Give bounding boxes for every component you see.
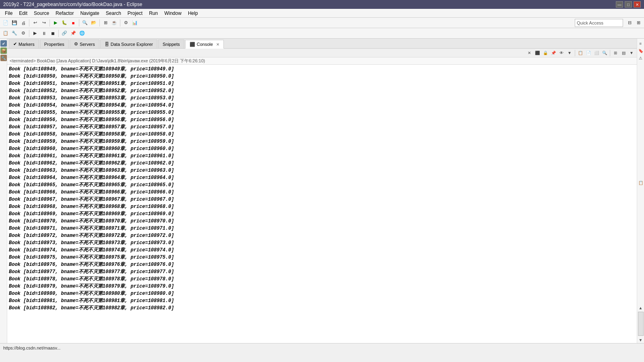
tb-search[interactable]: 🔍 xyxy=(81,19,89,27)
tab-bar: ✔ Markers Properties ⚙ Servers 🗄 Data So… xyxy=(7,39,637,49)
tb-save[interactable]: 💾 xyxy=(10,19,19,27)
right-sidebar: ≡ 🔖 ⚠ 📋 ▲ ▼ xyxy=(637,39,644,343)
tab-markers[interactable]: ✔ Markers xyxy=(9,39,39,48)
menu-edit[interactable]: Edit xyxy=(16,10,31,17)
console-pin[interactable]: 📌 xyxy=(550,49,557,57)
console-line: Book [bid=108973, bname=不死不灭第108973章, pr… xyxy=(9,239,635,247)
console-icon: ⬛ xyxy=(190,42,195,47)
tb2-btn9[interactable]: 🌐 xyxy=(78,29,86,37)
tb2-btn2[interactable]: 🔧 xyxy=(10,29,19,37)
tb-open-perspective[interactable]: ⊟ xyxy=(625,19,634,27)
console-view[interactable]: 👁 xyxy=(558,49,565,57)
console-line: Book [bid=108975, bname=不死不灭第108975章, pr… xyxy=(9,254,635,261)
tb2-btn1[interactable]: 📋 xyxy=(2,29,10,37)
rs-icon-1[interactable]: ≡ xyxy=(638,40,644,47)
menu-refactor[interactable]: Refactor xyxy=(52,10,77,17)
tb-views[interactable]: ⊞ xyxy=(634,19,642,27)
console-find[interactable]: 🔍 xyxy=(601,49,608,57)
tab-snippets-label: Snippets xyxy=(163,42,180,47)
console-line: Book [bid=108968, bname=不死不灭第108968章, pr… xyxy=(9,203,635,210)
menu-window[interactable]: Window xyxy=(161,10,185,17)
tb2-btn4[interactable]: ▶ xyxy=(31,29,39,37)
tab-servers-label: Servers xyxy=(80,42,95,47)
console-line: Book [bid=108979, bname=不死不灭第108979章, pr… xyxy=(9,283,635,290)
tb2-sep2 xyxy=(58,30,59,37)
tb-redo[interactable]: ↪ xyxy=(40,19,48,27)
tb-sep2 xyxy=(50,19,50,27)
tb2-btn7[interactable]: 🔗 xyxy=(60,29,68,37)
tb-undo[interactable]: ↩ xyxy=(31,19,39,27)
menu-file[interactable]: File xyxy=(2,10,16,17)
close-button[interactable]: ✕ xyxy=(634,1,641,8)
tb-java[interactable]: ☕ xyxy=(110,19,118,27)
console-status-text: <terminated> BookDao [Java Application] … xyxy=(10,58,205,64)
console-line: Book [bid=108955, bname=不死不灭第108955章, pr… xyxy=(9,109,635,116)
console-status: <terminated> BookDao [Java Application] … xyxy=(7,58,637,65)
tab-snippets[interactable]: Snippets xyxy=(158,39,184,48)
console-menu[interactable]: ▼ xyxy=(566,49,573,57)
tb-stop[interactable]: ■ xyxy=(69,19,77,27)
tb-new[interactable]: 📄 xyxy=(2,19,10,27)
tb-misc2[interactable]: 📊 xyxy=(131,19,139,27)
console-line: Book [bid=108956, bname=不死不灭第108956章, pr… xyxy=(9,116,635,123)
console-scroll-lock[interactable]: 🔒 xyxy=(542,49,549,57)
tb-debug[interactable]: 🐛 xyxy=(60,19,68,27)
tab-console[interactable]: ⬛ Console ✕ xyxy=(185,40,224,49)
console-line: Book [bid=108961, bname=不死不灭第108961章, pr… xyxy=(9,152,635,160)
console-line: Book [bid=108964, bname=不死不灭第108964章, pr… xyxy=(9,174,635,181)
rs-icon-4[interactable]: 📋 xyxy=(638,180,644,186)
console-close-icon[interactable]: ✕ xyxy=(216,42,219,47)
menu-help[interactable]: Help xyxy=(185,10,201,17)
tb2-btn8[interactable]: 📌 xyxy=(69,29,77,37)
console-clear[interactable]: ✕ xyxy=(526,49,533,57)
menu-run[interactable]: Run xyxy=(146,10,161,17)
console-open-console[interactable]: ⊞ xyxy=(612,49,619,57)
tb2-sep1 xyxy=(29,30,29,37)
tab-datasource[interactable]: 🗄 Data Source Explorer xyxy=(100,39,157,48)
sidebar-icon-2[interactable]: 📦 xyxy=(0,47,7,54)
menu-source[interactable]: Source xyxy=(31,10,52,17)
tb-misc1[interactable]: ⚙ xyxy=(122,19,130,27)
tb2-btn5[interactable]: ⏸ xyxy=(40,29,48,37)
maximize-button[interactable]: □ xyxy=(625,1,632,8)
tab-properties-label: Properties xyxy=(44,42,64,47)
console-sep2 xyxy=(610,50,610,56)
console-display[interactable]: ▤ xyxy=(620,49,627,57)
console-line: Book [bid=108969, bname=不死不灭第108969章, pr… xyxy=(9,210,635,218)
menu-navigate[interactable]: Navigate xyxy=(77,10,102,17)
menu-project[interactable]: Project xyxy=(124,10,146,17)
tab-datasource-label: Data Source Explorer xyxy=(111,42,153,47)
sidebar-icon-3[interactable]: 🔧 xyxy=(0,55,7,61)
tab-servers[interactable]: ⚙ Servers xyxy=(70,39,99,48)
minimize-button[interactable]: — xyxy=(616,1,623,8)
console-line: Book [bid=108965, bname=不死不灭第108965章, pr… xyxy=(9,181,635,189)
rs-scroll-up[interactable]: ▲ xyxy=(638,304,644,311)
main-toolbar: 📄 💾 🖨 ↩ ↪ ▶ 🐛 ■ 🔍 📂 ⊞ ☕ ⚙ 📊 Quick Access… xyxy=(0,18,644,28)
tb-run[interactable]: ▶ xyxy=(52,19,60,27)
sidebar-icon-1[interactable]: ✔ xyxy=(0,40,7,47)
right-sidebar-scroll: ▲ ▼ xyxy=(638,304,644,343)
console-line: Book [bid=108977, bname=不死不灭第108977章, pr… xyxy=(9,268,635,276)
tb-perspective[interactable]: ⊞ xyxy=(101,19,109,27)
tab-properties[interactable]: Properties xyxy=(40,39,69,48)
rs-scroll-down[interactable]: ▼ xyxy=(638,337,644,343)
console-select-all[interactable]: ⬜ xyxy=(593,49,600,57)
console-dropdown[interactable]: ▼ xyxy=(628,49,635,57)
status-left: https://blog.csdn.net/maasv... xyxy=(3,346,60,350)
tb-print[interactable]: 🖨 xyxy=(19,19,27,27)
rs-icon-2[interactable]: 🔖 xyxy=(638,47,644,54)
menu-search[interactable]: Search xyxy=(103,10,124,17)
console-line: Book [bid=108959, bname=不死不灭第108959章, pr… xyxy=(9,138,635,145)
console-line: Book [bid=108951, bname=不死不灭第108951章, pr… xyxy=(9,80,635,87)
console-stop[interactable]: ⬛ xyxy=(534,49,541,57)
quick-access-input[interactable]: Quick Access xyxy=(575,19,623,27)
content-area: ✔ Markers Properties ⚙ Servers 🗄 Data So… xyxy=(7,39,637,343)
rs-scroll-thumb[interactable] xyxy=(638,312,644,336)
tb-open[interactable]: 📂 xyxy=(90,19,98,27)
console-paste[interactable]: 📄 xyxy=(585,49,592,57)
tb2-btn3[interactable]: ⚙ xyxy=(19,29,27,37)
tb2-btn6[interactable]: ⏹ xyxy=(49,29,57,37)
rs-icon-3[interactable]: ⚠ xyxy=(638,55,644,61)
console-copy[interactable]: 📋 xyxy=(577,49,584,57)
console-line: Book [bid=108963, bname=不死不灭第108963章, pr… xyxy=(9,167,635,174)
